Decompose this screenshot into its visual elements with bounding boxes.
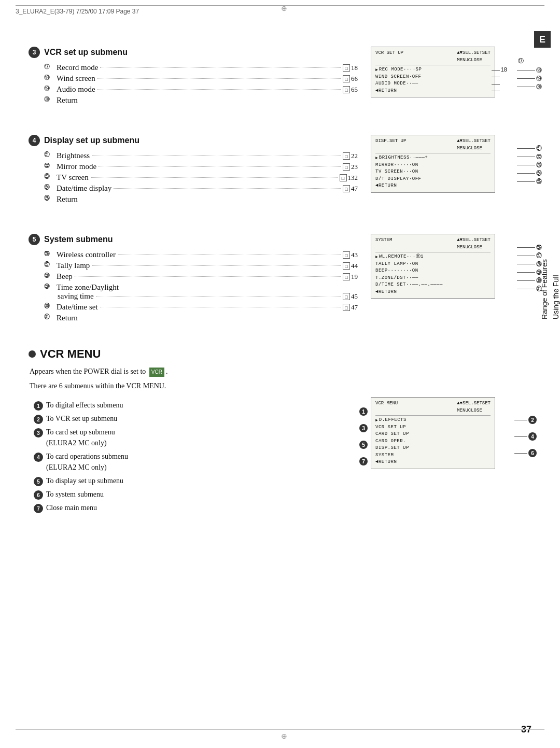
dots (100, 307, 341, 307)
lcd5-header-right: ▲▼SEL.SETSETMENUCLOSE (457, 237, 491, 251)
lcd4-container: DISP.SET UP ▲▼SEL.SETSETMENUCLOSE ► BRIG… (371, 135, 519, 193)
section3-list: ⑰ Record mode □ 18 ⑱ Wind screen □ 66 ⑲ … (44, 63, 358, 105)
bullet-5: 5 (34, 477, 43, 486)
lcd5-label4: T.ZONE/DST··—— (375, 275, 418, 282)
lcd5-header-left: SYSTEM (375, 237, 392, 251)
dots (92, 156, 341, 156)
lcd5-row4: T.ZONE/DST··—— (375, 275, 491, 282)
vcr-tag: VCR (149, 368, 164, 377)
bullet-4: 4 (34, 453, 43, 462)
lcd-vcr-arrow1: ► (375, 417, 378, 424)
item-label-31: Return (54, 314, 78, 322)
side-label-e: E (534, 31, 551, 48)
main-content: 3 VCR set up submenu ⑰ Record mode □ 18 … (29, 26, 519, 521)
lcd4-row2: MIRROR······ON (375, 162, 491, 169)
lcd4-label5: ◄RETURN (375, 182, 397, 190)
list-item: 7 Close main menu (34, 502, 358, 513)
lcd-vcr-header-right: ▲▼SEL.SETSETMENUCLOSE (457, 400, 491, 414)
lcd5-label6: ◄RETURN (375, 289, 397, 296)
item-num-21: ㉑ (44, 151, 54, 158)
bullet-7: 7 (34, 504, 43, 513)
item-num-27: ㉗ (44, 261, 54, 267)
lcd5-arrow1: ► (375, 254, 378, 260)
dots (99, 166, 341, 167)
vcr-menu-row: Appears when the POWER dial is set to VC… (29, 366, 519, 516)
list-item: ㉕ Return (44, 195, 358, 204)
page-ref-29: □ 45 (343, 292, 358, 301)
lcd3-row4: ◄RETURN (375, 88, 491, 95)
dots (100, 67, 341, 68)
list-item: ⑳ Return (44, 96, 358, 105)
lcd3-header: VCR SET UP ▲▼SEL.SETSETMENUCLOSE (375, 50, 491, 65)
list-item: ㉘ Beep □ 19 (44, 272, 358, 281)
bullet-1: 1 (34, 401, 43, 411)
lcd5-row1: ► WL.REMOTE···⑪1 (375, 253, 491, 261)
section4-title: Display set up submenu (44, 136, 139, 145)
dots (91, 177, 338, 178)
item-label-30: Date/time set (54, 303, 98, 312)
section5-right: SYSTEM ▲▼SEL.SETSETMENUCLOSE ► WL.REMOTE… (368, 218, 519, 327)
dots (118, 255, 341, 255)
lcd3-line19: ⑲ (517, 75, 542, 82)
item-label-29b: saving time □ 45 (44, 292, 358, 301)
list-item: ⑱ Wind screen □ 66 (44, 74, 358, 83)
lcd-vcr-row1: ► D.EFFECTS (375, 417, 491, 424)
book-icon: □ (343, 64, 350, 72)
lcd5-line28: ㉘ (517, 261, 542, 267)
book-icon: □ (343, 163, 350, 171)
lcd-vcr-screen: VCR MENU ▲▼SEL.SETSETMENUCLOSE ► D.EFFEC… (371, 397, 495, 469)
lcd-vcr-label3: CARD SET UP (375, 431, 409, 438)
section5-left: 5 System submenu ㉖ Wireless controller □… (29, 218, 358, 327)
lcd5-line27: ㉗ (517, 252, 542, 259)
lcd-vcr-line2: 2 (514, 416, 537, 424)
page-ref-22: □ 23 (343, 163, 358, 171)
item-num-29: ㉙ (44, 283, 54, 289)
list-item: 1 To digital effects submenu (34, 400, 358, 411)
page-ref-18: □ 66 (343, 75, 358, 83)
list-item: ㉚ Date/time set □ 47 (44, 303, 358, 312)
section5-list: ㉖ Wireless controller □ 43 ㉗ Tally lamp … (44, 250, 358, 322)
item-label-29: Time zone/Daylight (54, 283, 119, 292)
list-item: ㉔ Date/time display □ 47 (44, 184, 358, 193)
dots (97, 78, 341, 79)
lcd4-line22: ㉒ (517, 153, 542, 160)
section3-title: VCR set up submenu (44, 48, 128, 57)
list-item: 6 To system submenu (34, 489, 358, 500)
bullet-label-6: To system submenu (46, 489, 104, 500)
lcd4-row1: ► BRIGHTNESS··———+ (375, 154, 491, 162)
lcd5-screen: SYSTEM ▲▼SEL.SETSETMENUCLOSE ► WL.REMOTE… (371, 234, 495, 299)
item-label-27: Tally lamp (54, 261, 90, 270)
lcd-vcr-row4: CARD OPER. (375, 438, 491, 445)
lcd-vcr-label4: CARD OPER. (375, 438, 406, 445)
line-ext (492, 91, 500, 91)
lcd5-row6: ◄RETURN (375, 289, 491, 296)
lcd3-line20: ⑳ (517, 83, 542, 91)
lcd5-container: SYSTEM ▲▼SEL.SETSETMENUCLOSE ► WL.REMOTE… (371, 234, 519, 299)
book-icon: □ (343, 251, 350, 259)
list-item: ㉒ Mirror mode □ 23 (44, 162, 358, 171)
item-num-23: ㉓ (44, 173, 54, 179)
bullet-label-3: To card set up submenu(ELURA2 MC only) (46, 427, 115, 448)
lcd3-line18: ⑱ (517, 66, 542, 74)
lcd-vcr-row3: CARD SET UP (375, 431, 491, 438)
line-ext (492, 84, 500, 84)
lcd4-screen: DISP.SET UP ▲▼SEL.SETSETMENUCLOSE ► BRIG… (371, 135, 495, 193)
lcd4-line21: ㉑ (517, 145, 542, 151)
lcd4-line24: ㉔ (517, 170, 542, 176)
dots (97, 89, 341, 90)
item-num-28: ㉘ (44, 272, 54, 278)
lcd5-header: SYSTEM ▲▼SEL.SETSETMENUCLOSE (375, 237, 491, 252)
lcd5-row3: BEEP········ON (375, 267, 491, 275)
section4-header: 4 Display set up submenu (29, 135, 358, 146)
bullet-label-7: Close main menu (46, 502, 97, 513)
lcd5-label5: D/TIME SET··——.——.———— (375, 281, 443, 289)
section3-number: 3 (29, 47, 40, 58)
item-label-19: Audio mode (54, 85, 95, 94)
lcd4-line23: ㉓ (517, 162, 542, 168)
dots (114, 188, 341, 189)
lcd4-arrow1: ► (375, 155, 378, 161)
dots (75, 276, 341, 277)
section3-header: 3 VCR set up submenu (29, 47, 358, 58)
lcd4-label1: BRIGHTNESS··———+ (379, 154, 428, 162)
item-num-30: ㉚ (44, 303, 54, 309)
